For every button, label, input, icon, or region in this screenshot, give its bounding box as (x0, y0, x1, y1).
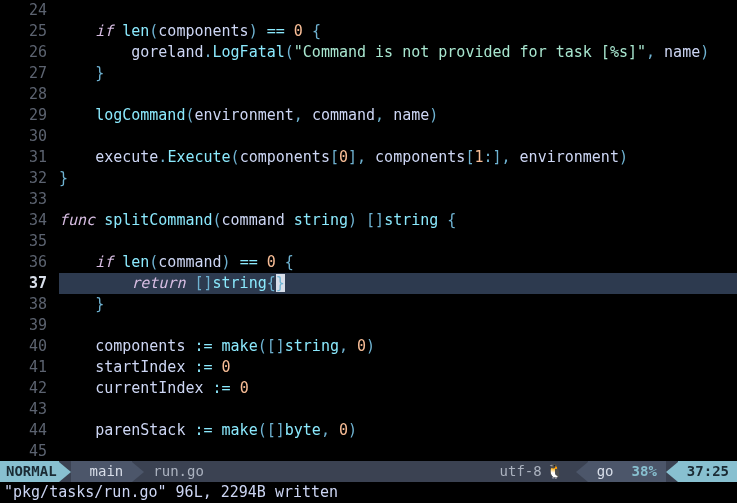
code-line[interactable]: 38 } (0, 294, 737, 315)
code-line[interactable]: 32} (0, 168, 737, 189)
token: { (312, 22, 321, 40)
code-line[interactable]: 27 } (0, 63, 737, 84)
code-line[interactable]: 36 if len(command) == 0 { (0, 252, 737, 273)
code-area[interactable]: 2425 if len(components) == 0 {26 gorelan… (0, 0, 737, 461)
line-content[interactable]: if len(command) == 0 { (59, 252, 737, 273)
line-content[interactable]: if len(components) == 0 { (59, 21, 737, 42)
line-content[interactable]: goreland.LogFatal("Command is not provid… (59, 42, 737, 63)
line-number: 39 (0, 315, 59, 336)
token (59, 421, 95, 439)
line-content[interactable]: startIndex := 0 (59, 357, 737, 378)
line-number: 41 (0, 357, 59, 378)
line-content[interactable]: logCommand(environment, command, name) (59, 105, 737, 126)
code-line[interactable]: 43 (0, 399, 737, 420)
line-number: 26 (0, 42, 59, 63)
code-line[interactable]: 41 startIndex := 0 (0, 357, 737, 378)
token: len (122, 253, 149, 271)
token: , (357, 148, 366, 166)
token: return (131, 274, 185, 292)
token: ) (222, 253, 231, 271)
code-line[interactable]: 33 (0, 189, 737, 210)
code-line[interactable]: 25 if len(components) == 0 { (0, 21, 737, 42)
line-number: 31 (0, 147, 59, 168)
code-line[interactable]: 37 return []string{} (0, 273, 737, 294)
token (113, 22, 122, 40)
code-line[interactable]: 31 execute.Execute(components[0], compon… (0, 147, 737, 168)
token (59, 274, 131, 292)
token (59, 337, 95, 355)
token: [] (267, 337, 285, 355)
token: startIndex (95, 358, 185, 376)
line-content[interactable]: parenStack := make([]byte, 0) (59, 420, 737, 441)
encoding: utf-8 (500, 461, 542, 482)
token (113, 253, 122, 271)
token: components (375, 148, 465, 166)
position-segment: 37:25 (678, 461, 737, 482)
token: . (204, 43, 213, 61)
command-line[interactable]: "pkg/tasks/run.go" 96L, 2294B written (0, 482, 737, 503)
code-line[interactable]: 28 (0, 84, 737, 105)
token: LogFatal (213, 43, 285, 61)
token: 0 (222, 358, 231, 376)
line-content[interactable] (59, 441, 737, 462)
token: } (276, 274, 285, 292)
line-number: 44 (0, 420, 59, 441)
token: ( (258, 421, 267, 439)
token: Execute (167, 148, 230, 166)
token: ) (366, 337, 375, 355)
code-line[interactable]: 30 (0, 126, 737, 147)
token: if (95, 22, 113, 40)
token: splitCommand (104, 211, 212, 229)
token: ( (285, 43, 294, 61)
line-content[interactable] (59, 399, 737, 420)
line-number: 28 (0, 84, 59, 105)
line-content[interactable]: execute.Execute(components[0], component… (59, 147, 737, 168)
code-line[interactable]: 40 components := make([]string, 0) (0, 336, 737, 357)
token (384, 106, 393, 124)
code-line[interactable]: 34func splitCommand(command string) []st… (0, 210, 737, 231)
token (231, 379, 240, 397)
line-content[interactable] (59, 189, 737, 210)
token (204, 379, 213, 397)
line-content[interactable] (59, 126, 737, 147)
line-content[interactable] (59, 0, 737, 21)
token: ] (348, 148, 357, 166)
token: ) (619, 148, 628, 166)
code-line[interactable]: 26 goreland.LogFatal("Command is not pro… (0, 42, 737, 63)
token: 0 (339, 421, 348, 439)
line-content[interactable]: return []string{} (59, 273, 737, 294)
token: 0 (240, 379, 249, 397)
code-line[interactable]: 35 (0, 231, 737, 252)
token (59, 43, 131, 61)
line-content[interactable]: } (59, 294, 737, 315)
token (285, 22, 294, 40)
token: command (158, 253, 221, 271)
line-content[interactable]: func splitCommand(command string) []stri… (59, 210, 737, 231)
line-content[interactable]: } (59, 63, 737, 84)
code-line[interactable]: 44 parenStack := make([]byte, 0) (0, 420, 737, 441)
token: ) (249, 22, 258, 40)
line-content[interactable]: currentIndex := 0 (59, 378, 737, 399)
code-line[interactable]: 29 logCommand(environment, command, name… (0, 105, 737, 126)
token: currentIndex (95, 379, 203, 397)
token: } (95, 64, 104, 82)
percent-segment: 38% (623, 461, 666, 482)
token: ) (348, 421, 357, 439)
token (258, 22, 267, 40)
token (59, 358, 95, 376)
token: , (646, 43, 655, 61)
line-content[interactable]: components := make([]string, 0) (59, 336, 737, 357)
code-line[interactable]: 45 (0, 441, 737, 462)
token: ( (149, 22, 158, 40)
line-content[interactable] (59, 315, 737, 336)
code-line[interactable]: 42 currentIndex := 0 (0, 378, 737, 399)
line-content[interactable] (59, 231, 737, 252)
token: environment (520, 148, 619, 166)
code-line[interactable]: 39 (0, 315, 737, 336)
line-content[interactable]: } (59, 168, 737, 189)
token: [] (267, 421, 285, 439)
token (366, 148, 375, 166)
code-line[interactable]: 24 (0, 0, 737, 21)
line-content[interactable] (59, 84, 737, 105)
token: 0 (357, 337, 366, 355)
